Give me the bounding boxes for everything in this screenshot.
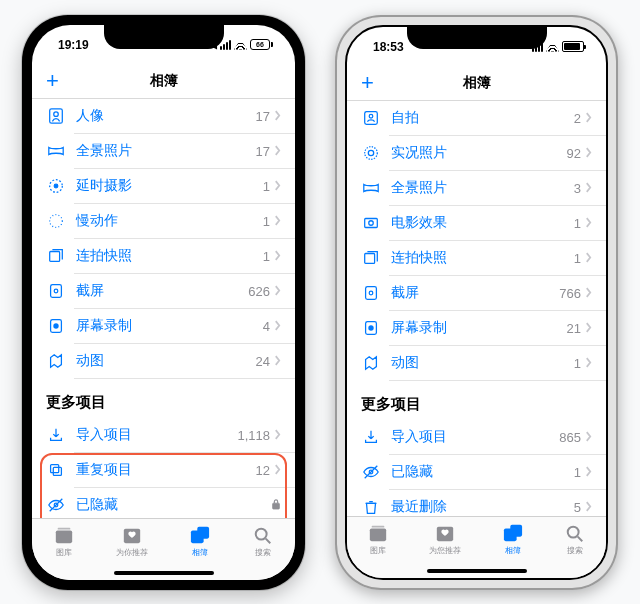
svg-point-9 bbox=[53, 323, 58, 328]
battery-icon: 66 bbox=[250, 39, 273, 50]
row-count: 1,118 bbox=[237, 428, 270, 443]
tab-library[interactable]: 图库 bbox=[53, 525, 75, 558]
tab-label: 相簿 bbox=[192, 547, 208, 558]
row-label: 慢动作 bbox=[76, 212, 263, 230]
row-label: 动图 bbox=[76, 352, 256, 370]
search-icon bbox=[564, 523, 586, 543]
list-row-screenrec[interactable]: 屏幕录制 21 bbox=[347, 311, 606, 346]
library-icon bbox=[53, 525, 75, 545]
more-list: 导入项目 865 已隐藏 1 最近删除 5 bbox=[347, 420, 606, 516]
row-label: 最近删除 bbox=[391, 498, 574, 516]
list-row-gif[interactable]: 动图 1 bbox=[347, 346, 606, 381]
row-label: 实况照片 bbox=[391, 144, 567, 162]
content[interactable]: 人像 17 全景照片 17 延时摄影 1 慢动作 1 连拍快照 1 截屏 626… bbox=[32, 99, 295, 518]
svg-rect-40 bbox=[510, 524, 522, 536]
list-row-trash[interactable]: 最近删除 5 bbox=[347, 490, 606, 516]
nav-title: 相簿 bbox=[463, 74, 491, 92]
chevron-right-icon bbox=[274, 177, 281, 195]
home-indicator[interactable] bbox=[427, 569, 527, 573]
chevron-right-icon bbox=[274, 107, 281, 125]
status-time: 18:53 bbox=[373, 40, 404, 54]
list-row-slomo[interactable]: 慢动作 1 bbox=[32, 204, 295, 239]
list-row-burst[interactable]: 连拍快照 1 bbox=[32, 239, 295, 274]
list-row-pano[interactable]: 全景照片 17 bbox=[32, 134, 295, 169]
tab-search[interactable]: 搜索 bbox=[252, 525, 274, 558]
row-count: 1 bbox=[263, 214, 270, 229]
nav-bar: + 相簿 bbox=[32, 65, 295, 99]
list-row-import[interactable]: 导入项目 865 bbox=[347, 420, 606, 455]
nav-title: 相簿 bbox=[150, 72, 178, 90]
media-types-list: 人像 17 全景照片 17 延时摄影 1 慢动作 1 连拍快照 1 截屏 626… bbox=[32, 99, 295, 379]
list-row-screenshot[interactable]: 截屏 626 bbox=[32, 274, 295, 309]
row-count: 1 bbox=[263, 179, 270, 194]
list-row-pano[interactable]: 全景照片 3 bbox=[347, 171, 606, 206]
tab-foryou[interactable]: 为您推荐 bbox=[429, 523, 461, 556]
chevron-right-icon bbox=[585, 354, 592, 372]
svg-rect-16 bbox=[55, 530, 71, 543]
screen: 19:19 ◀ 66 + 相簿 人像 17 全景照片 17 延时摄影 1 慢动作… bbox=[32, 25, 295, 580]
iphone-left: 19:19 ◀ 66 + 相簿 人像 17 全景照片 17 延时摄影 1 慢动作… bbox=[22, 15, 305, 590]
foryou-icon bbox=[121, 525, 143, 545]
tab-label: 为您推荐 bbox=[429, 545, 461, 556]
row-count: 766 bbox=[559, 286, 581, 301]
chevron-right-icon bbox=[585, 249, 592, 267]
nav-bar: + 相簿 bbox=[347, 67, 606, 101]
burst-icon bbox=[361, 248, 381, 268]
list-row-burst[interactable]: 连拍快照 1 bbox=[347, 241, 606, 276]
section-header-more: 更多项目 bbox=[32, 379, 295, 418]
slomo-icon bbox=[46, 211, 66, 231]
albums-icon bbox=[502, 523, 524, 543]
row-count: 92 bbox=[567, 146, 581, 161]
add-button[interactable]: + bbox=[361, 72, 374, 94]
list-row-live[interactable]: 实况照片 92 bbox=[347, 136, 606, 171]
svg-point-7 bbox=[54, 289, 58, 293]
list-row-screenrec[interactable]: 屏幕录制 4 bbox=[32, 309, 295, 344]
content[interactable]: 自拍 2 实况照片 92 全景照片 3 电影效果 1 连拍快照 1 截屏 766… bbox=[347, 101, 606, 516]
list-row-screenshot[interactable]: 截屏 766 bbox=[347, 276, 606, 311]
tab-foryou[interactable]: 为你推荐 bbox=[116, 525, 148, 558]
svg-rect-29 bbox=[365, 254, 375, 264]
row-label: 人像 bbox=[76, 107, 256, 125]
import-icon bbox=[361, 427, 381, 447]
signal-icon bbox=[220, 40, 231, 50]
list-row-portrait[interactable]: 人像 17 bbox=[32, 99, 295, 134]
tab-albums[interactable]: 相簿 bbox=[502, 523, 524, 556]
list-row-hidden[interactable]: 已隐藏 1 bbox=[347, 455, 606, 490]
hidden-icon bbox=[361, 462, 381, 482]
tab-library[interactable]: 图库 bbox=[367, 523, 389, 556]
gif-icon bbox=[361, 353, 381, 373]
notch bbox=[104, 25, 224, 49]
home-indicator[interactable] bbox=[114, 571, 214, 575]
row-label: 导入项目 bbox=[391, 428, 559, 446]
row-label: 电影效果 bbox=[391, 214, 574, 232]
chevron-right-icon bbox=[585, 428, 592, 446]
list-row-selfie[interactable]: 自拍 2 bbox=[347, 101, 606, 136]
burst-icon bbox=[46, 246, 66, 266]
tab-label: 图库 bbox=[56, 547, 72, 558]
row-label: 导入项目 bbox=[76, 426, 237, 444]
row-label: 自拍 bbox=[391, 109, 574, 127]
notch bbox=[407, 27, 547, 49]
chevron-right-icon bbox=[274, 426, 281, 444]
row-count: 1 bbox=[574, 251, 581, 266]
row-label: 屏幕录制 bbox=[76, 317, 263, 335]
chevron-right-icon bbox=[274, 247, 281, 265]
svg-line-22 bbox=[266, 538, 271, 543]
screenshot-icon bbox=[46, 281, 66, 301]
tab-search[interactable]: 搜索 bbox=[564, 523, 586, 556]
list-row-timelapse[interactable]: 延时摄影 1 bbox=[32, 169, 295, 204]
add-button[interactable]: + bbox=[46, 70, 59, 92]
list-row-hidden[interactable]: 已隐藏 bbox=[32, 488, 295, 518]
list-row-gif[interactable]: 动图 24 bbox=[32, 344, 295, 379]
chevron-right-icon bbox=[585, 498, 592, 516]
row-label: 截屏 bbox=[391, 284, 559, 302]
list-row-import[interactable]: 导入项目 1,118 bbox=[32, 418, 295, 453]
screenrec-icon bbox=[46, 316, 66, 336]
timelapse-icon bbox=[46, 176, 66, 196]
tab-albums[interactable]: 相簿 bbox=[189, 525, 211, 558]
chevron-right-icon bbox=[585, 463, 592, 481]
svg-rect-37 bbox=[372, 525, 385, 527]
list-row-duplicate[interactable]: 重复项目 12 bbox=[32, 453, 295, 488]
svg-point-25 bbox=[365, 147, 378, 160]
list-row-cinematic[interactable]: 电影效果 1 bbox=[347, 206, 606, 241]
